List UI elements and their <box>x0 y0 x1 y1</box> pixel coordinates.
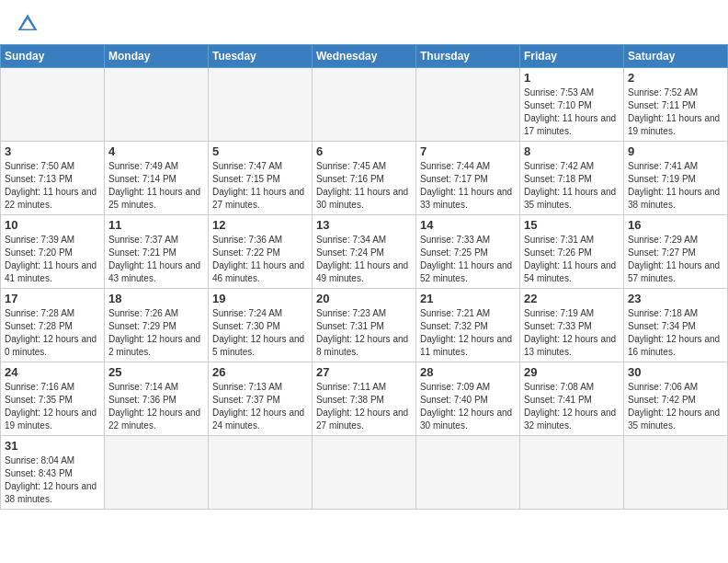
day-number: 31 <box>5 439 100 453</box>
day-info: Sunrise: 7:49 AM Sunset: 7:14 PM Dayligh… <box>108 160 204 212</box>
calendar-cell: 1Sunrise: 7:53 AM Sunset: 7:10 PM Daylig… <box>520 68 624 142</box>
day-number: 26 <box>212 365 308 379</box>
day-info: Sunrise: 7:26 AM Sunset: 7:29 PM Dayligh… <box>108 307 204 359</box>
calendar-cell: 28Sunrise: 7:09 AM Sunset: 7:40 PM Dayli… <box>416 362 520 436</box>
day-info: Sunrise: 7:37 AM Sunset: 7:21 PM Dayligh… <box>108 234 204 285</box>
calendar-cell: 18Sunrise: 7:26 AM Sunset: 7:29 PM Dayli… <box>105 289 209 362</box>
calendar-cell: 27Sunrise: 7:11 AM Sunset: 7:38 PM Dayli… <box>313 362 416 436</box>
calendar-cell: 7Sunrise: 7:44 AM Sunset: 7:17 PM Daylig… <box>416 142 520 215</box>
calendar-day-header: Tuesday <box>209 45 313 68</box>
day-number: 20 <box>316 292 412 305</box>
calendar-day-header: Monday <box>105 45 209 68</box>
day-number: 2 <box>628 71 723 85</box>
day-info: Sunrise: 7:19 AM Sunset: 7:33 PM Dayligh… <box>524 307 620 359</box>
calendar-day-header: Thursday <box>416 45 520 68</box>
calendar-cell: 3Sunrise: 7:50 AM Sunset: 7:13 PM Daylig… <box>1 142 105 215</box>
day-info: Sunrise: 7:36 AM Sunset: 7:22 PM Dayligh… <box>212 234 308 285</box>
calendar-cell <box>1 68 105 142</box>
day-info: Sunrise: 7:14 AM Sunset: 7:36 PM Dayligh… <box>108 381 204 432</box>
day-info: Sunrise: 7:06 AM Sunset: 7:42 PM Dayligh… <box>628 381 723 432</box>
day-number: 27 <box>316 365 412 379</box>
calendar-cell: 21Sunrise: 7:21 AM Sunset: 7:32 PM Dayli… <box>416 289 520 362</box>
day-info: Sunrise: 7:13 AM Sunset: 7:37 PM Dayligh… <box>212 381 308 432</box>
calendar-day-header: Sunday <box>1 45 105 68</box>
day-info: Sunrise: 8:04 AM Sunset: 8:43 PM Dayligh… <box>5 454 100 506</box>
day-info: Sunrise: 7:11 AM Sunset: 7:38 PM Dayligh… <box>316 381 412 432</box>
day-number: 4 <box>108 144 204 158</box>
calendar-cell: 16Sunrise: 7:29 AM Sunset: 7:27 PM Dayli… <box>624 215 728 289</box>
calendar-cell: 17Sunrise: 7:28 AM Sunset: 7:28 PM Dayli… <box>1 289 105 362</box>
calendar-week-row: 24Sunrise: 7:16 AM Sunset: 7:35 PM Dayli… <box>1 362 728 436</box>
day-number: 29 <box>524 365 620 379</box>
calendar-cell <box>209 436 313 510</box>
day-info: Sunrise: 7:42 AM Sunset: 7:18 PM Dayligh… <box>524 160 620 212</box>
calendar-cell <box>624 436 728 510</box>
calendar-cell <box>416 68 520 142</box>
day-info: Sunrise: 7:28 AM Sunset: 7:28 PM Dayligh… <box>5 307 100 359</box>
calendar-cell: 11Sunrise: 7:37 AM Sunset: 7:21 PM Dayli… <box>105 215 209 289</box>
day-info: Sunrise: 7:29 AM Sunset: 7:27 PM Dayligh… <box>628 234 723 285</box>
day-number: 5 <box>212 144 308 158</box>
day-info: Sunrise: 7:34 AM Sunset: 7:24 PM Dayligh… <box>316 234 412 285</box>
day-info: Sunrise: 7:23 AM Sunset: 7:31 PM Dayligh… <box>316 307 412 359</box>
day-number: 24 <box>5 365 100 379</box>
day-info: Sunrise: 7:31 AM Sunset: 7:26 PM Dayligh… <box>524 234 620 285</box>
day-number: 18 <box>108 292 204 305</box>
day-info: Sunrise: 7:52 AM Sunset: 7:11 PM Dayligh… <box>628 86 723 138</box>
day-number: 8 <box>524 144 620 158</box>
calendar-cell: 19Sunrise: 7:24 AM Sunset: 7:30 PM Dayli… <box>209 289 313 362</box>
calendar-cell: 2Sunrise: 7:52 AM Sunset: 7:11 PM Daylig… <box>624 68 728 142</box>
day-info: Sunrise: 7:21 AM Sunset: 7:32 PM Dayligh… <box>420 307 516 359</box>
calendar-cell: 24Sunrise: 7:16 AM Sunset: 7:35 PM Dayli… <box>1 362 105 436</box>
day-info: Sunrise: 7:44 AM Sunset: 7:17 PM Dayligh… <box>420 160 516 212</box>
day-info: Sunrise: 7:08 AM Sunset: 7:41 PM Dayligh… <box>524 381 620 432</box>
day-info: Sunrise: 7:47 AM Sunset: 7:15 PM Dayligh… <box>212 160 308 212</box>
calendar-day-header: Wednesday <box>313 45 416 68</box>
day-number: 30 <box>628 365 723 379</box>
day-info: Sunrise: 7:24 AM Sunset: 7:30 PM Dayligh… <box>212 307 308 359</box>
day-number: 1 <box>524 71 620 85</box>
calendar-day-header: Saturday <box>624 45 728 68</box>
day-number: 22 <box>524 292 620 305</box>
logo <box>15 11 44 37</box>
page-header <box>0 0 728 40</box>
calendar-cell: 4Sunrise: 7:49 AM Sunset: 7:14 PM Daylig… <box>105 142 209 215</box>
calendar-cell: 8Sunrise: 7:42 AM Sunset: 7:18 PM Daylig… <box>520 142 624 215</box>
calendar-cell: 13Sunrise: 7:34 AM Sunset: 7:24 PM Dayli… <box>313 215 416 289</box>
day-info: Sunrise: 7:33 AM Sunset: 7:25 PM Dayligh… <box>420 234 516 285</box>
day-number: 3 <box>5 144 100 158</box>
calendar-cell <box>105 68 209 142</box>
day-info: Sunrise: 7:09 AM Sunset: 7:40 PM Dayligh… <box>420 381 516 432</box>
calendar-cell: 5Sunrise: 7:47 AM Sunset: 7:15 PM Daylig… <box>209 142 313 215</box>
day-info: Sunrise: 7:39 AM Sunset: 7:20 PM Dayligh… <box>5 234 100 285</box>
day-number: 15 <box>524 218 620 232</box>
day-info: Sunrise: 7:16 AM Sunset: 7:35 PM Dayligh… <box>5 381 100 432</box>
calendar-cell: 31Sunrise: 8:04 AM Sunset: 8:43 PM Dayli… <box>1 436 105 510</box>
calendar-cell: 23Sunrise: 7:18 AM Sunset: 7:34 PM Dayli… <box>624 289 728 362</box>
calendar-cell <box>209 68 313 142</box>
calendar-cell: 20Sunrise: 7:23 AM Sunset: 7:31 PM Dayli… <box>313 289 416 362</box>
day-number: 9 <box>628 144 723 158</box>
calendar-cell: 6Sunrise: 7:45 AM Sunset: 7:16 PM Daylig… <box>313 142 416 215</box>
calendar-cell: 10Sunrise: 7:39 AM Sunset: 7:20 PM Dayli… <box>1 215 105 289</box>
calendar-cell: 29Sunrise: 7:08 AM Sunset: 7:41 PM Dayli… <box>520 362 624 436</box>
day-number: 23 <box>628 292 723 305</box>
calendar-header-row: SundayMondayTuesdayWednesdayThursdayFrid… <box>1 45 728 68</box>
calendar-day-header: Friday <box>520 45 624 68</box>
calendar-week-row: 17Sunrise: 7:28 AM Sunset: 7:28 PM Dayli… <box>1 289 728 362</box>
day-number: 14 <box>420 218 516 232</box>
day-number: 21 <box>420 292 516 305</box>
calendar-cell: 25Sunrise: 7:14 AM Sunset: 7:36 PM Dayli… <box>105 362 209 436</box>
day-info: Sunrise: 7:53 AM Sunset: 7:10 PM Dayligh… <box>524 86 620 138</box>
day-number: 25 <box>108 365 204 379</box>
day-number: 28 <box>420 365 516 379</box>
calendar-cell <box>520 436 624 510</box>
day-number: 11 <box>108 218 204 232</box>
day-number: 17 <box>5 292 100 305</box>
calendar-cell <box>313 436 416 510</box>
calendar-cell <box>416 436 520 510</box>
calendar-cell: 12Sunrise: 7:36 AM Sunset: 7:22 PM Dayli… <box>209 215 313 289</box>
day-number: 16 <box>628 218 723 232</box>
calendar-week-row: 10Sunrise: 7:39 AM Sunset: 7:20 PM Dayli… <box>1 215 728 289</box>
calendar-cell: 30Sunrise: 7:06 AM Sunset: 7:42 PM Dayli… <box>624 362 728 436</box>
